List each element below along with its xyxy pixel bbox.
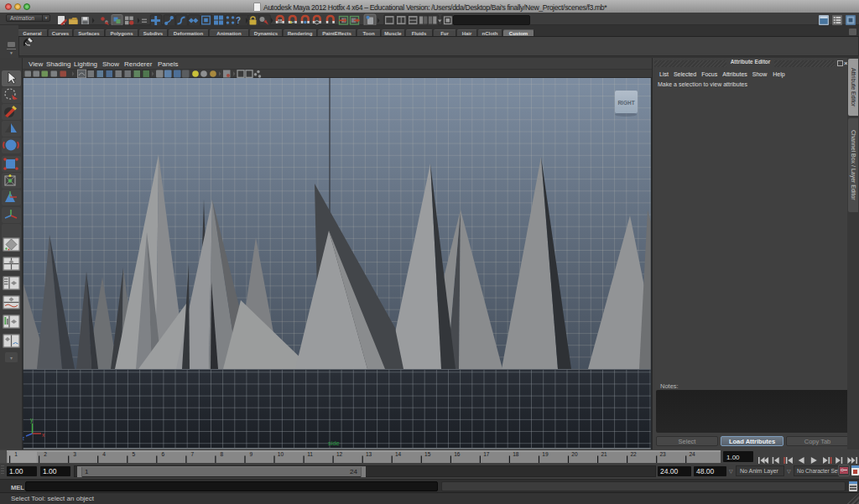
svg-text:7: 7 xyxy=(190,451,194,457)
svg-text:18: 18 xyxy=(513,451,519,457)
svg-text:19: 19 xyxy=(542,451,549,457)
svg-text:10: 10 xyxy=(278,451,284,457)
svg-text:16: 16 xyxy=(454,451,461,457)
svg-text:14: 14 xyxy=(395,451,402,457)
svg-text:15: 15 xyxy=(424,451,431,457)
svg-text:▾: ▾ xyxy=(10,356,13,361)
svg-text:6: 6 xyxy=(161,451,164,457)
svg-text:3: 3 xyxy=(73,451,76,457)
svg-text:23: 23 xyxy=(659,451,666,457)
svg-text:8: 8 xyxy=(220,451,223,457)
svg-text:2: 2 xyxy=(44,451,47,457)
svg-text:20: 20 xyxy=(571,451,578,457)
svg-text:z: z xyxy=(23,435,24,441)
svg-text:1.00: 1.00 xyxy=(726,454,740,461)
svg-text:22: 22 xyxy=(630,451,637,457)
svg-text:13: 13 xyxy=(366,451,372,457)
svg-text:?: ? xyxy=(236,16,241,25)
svg-text:12: 12 xyxy=(336,451,343,457)
svg-text:RIGHT: RIGHT xyxy=(617,100,634,106)
svg-text:1: 1 xyxy=(14,451,18,457)
svg-text:5: 5 xyxy=(132,451,135,457)
svg-text:17: 17 xyxy=(483,451,490,457)
svg-text:11: 11 xyxy=(307,451,313,457)
svg-text:9: 9 xyxy=(250,451,253,457)
svg-text:side: side xyxy=(328,439,340,447)
svg-text:21: 21 xyxy=(601,451,607,457)
svg-text:24: 24 xyxy=(689,451,695,457)
svg-text:4: 4 xyxy=(102,451,106,457)
